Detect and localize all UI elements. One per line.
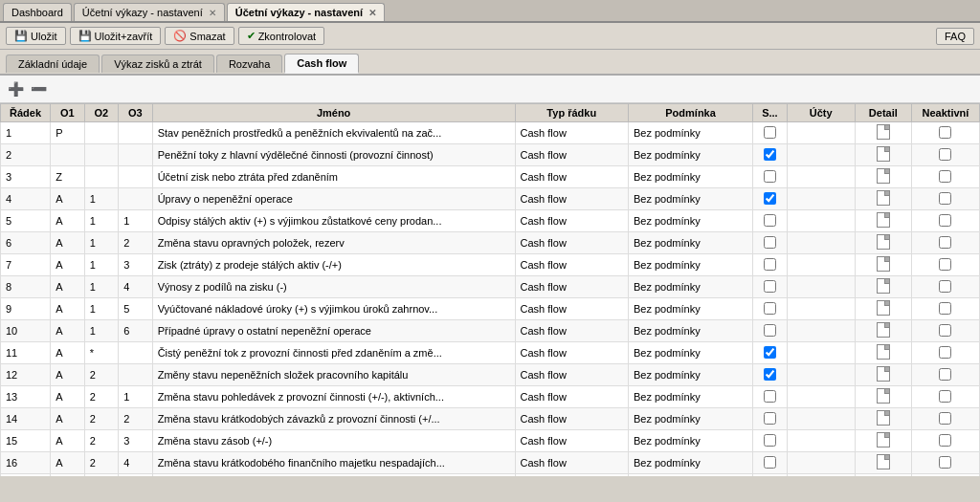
cell-s[interactable] [753,122,788,144]
checkbox-s[interactable] [764,258,776,271]
tab-ucetni1[interactable]: Účetní výkazy - nastavení ✕ [74,3,225,21]
tab-ucetni1-close[interactable]: ✕ [209,8,216,18]
cell-s[interactable] [753,452,788,474]
cell-detail[interactable] [855,408,911,430]
col-jmeno[interactable]: Jméno [152,104,515,122]
cell-neaktivni[interactable] [911,298,979,320]
checkbox-neaktivni[interactable] [939,214,951,227]
checkbox-s[interactable] [764,214,776,227]
checkbox-s[interactable] [764,324,776,337]
detail-doc-icon[interactable] [877,124,890,140]
checkbox-s[interactable] [764,412,776,425]
cell-s[interactable] [753,210,788,232]
checkbox-neaktivni[interactable] [939,126,951,139]
cell-neaktivni[interactable] [911,188,979,210]
col-neaktivni[interactable]: Neaktivní [911,104,979,122]
checkbox-neaktivni[interactable] [939,390,951,403]
detail-doc-icon[interactable] [877,366,890,382]
col-o2[interactable]: O2 [84,104,119,122]
cell-s[interactable] [753,342,788,364]
cell-detail[interactable] [855,166,911,188]
cell-neaktivni[interactable] [911,210,979,232]
tab-dashboard[interactable]: Dashboard [3,3,72,21]
detail-doc-icon[interactable] [877,454,890,469]
cell-s[interactable] [753,188,788,210]
delete-button[interactable]: 🚫 Smazat [165,27,234,45]
detail-doc-icon[interactable] [877,146,890,162]
cell-neaktivni[interactable] [911,452,979,474]
cell-detail[interactable] [855,320,911,342]
detail-doc-icon[interactable] [877,300,890,316]
cell-neaktivni[interactable] [911,166,979,188]
cell-detail[interactable] [855,144,911,166]
cell-detail[interactable] [855,474,911,477]
checkbox-s[interactable] [764,280,776,293]
save-button[interactable]: 💾 Uložit [6,27,66,45]
checkbox-neaktivni[interactable] [939,346,951,359]
cell-s[interactable] [753,320,788,342]
faq-button[interactable]: FAQ [936,28,974,45]
col-radek[interactable]: Řádek [1,104,51,122]
cell-detail[interactable] [855,386,911,408]
cell-neaktivni[interactable] [911,408,979,430]
checkbox-neaktivni[interactable] [939,456,951,469]
cell-neaktivni[interactable] [911,342,979,364]
cell-detail[interactable] [855,364,911,386]
cell-detail[interactable] [855,298,911,320]
checkbox-neaktivni[interactable] [939,280,951,293]
detail-doc-icon[interactable] [877,322,890,338]
sub-tab-balance[interactable]: Rozvaha [216,55,282,73]
cell-neaktivni[interactable] [911,430,979,452]
cell-detail[interactable] [855,452,911,474]
detail-doc-icon[interactable] [877,278,890,294]
col-o1[interactable]: O1 [51,104,85,122]
col-s[interactable]: S... [753,104,788,122]
cell-detail[interactable] [855,210,911,232]
cell-s[interactable] [753,254,788,276]
remove-row-button[interactable]: ➖ [29,79,48,98]
cell-neaktivni[interactable] [911,474,979,477]
detail-doc-icon[interactable] [877,410,890,426]
checkbox-s[interactable] [764,390,776,403]
col-detail[interactable]: Detail [855,104,911,122]
add-row-button[interactable]: ➕ [6,79,25,98]
cell-s[interactable] [753,232,788,254]
col-podminka[interactable]: Podmínka [628,104,752,122]
cell-s[interactable] [753,430,788,452]
checkbox-neaktivni[interactable] [939,148,951,161]
cell-s[interactable] [753,386,788,408]
cell-neaktivni[interactable] [911,386,979,408]
detail-doc-icon[interactable] [877,388,890,404]
cell-neaktivni[interactable] [911,364,979,386]
tab-ucetni2[interactable]: Účetní výkazy - nastavení ✕ [227,3,385,21]
checkbox-s[interactable] [764,302,776,315]
cell-detail[interactable] [855,188,911,210]
cell-s[interactable] [753,298,788,320]
checkbox-s[interactable] [764,192,776,205]
cell-s[interactable] [753,474,788,477]
checkbox-neaktivni[interactable] [939,236,951,249]
sub-tab-basic[interactable]: Základní údaje [6,55,100,73]
check-button[interactable]: ✔ Zkontrolovat [238,27,325,45]
cell-neaktivni[interactable] [911,320,979,342]
detail-doc-icon[interactable] [877,432,890,447]
checkbox-s[interactable] [764,346,776,359]
cell-neaktivni[interactable] [911,144,979,166]
cell-neaktivni[interactable] [911,232,979,254]
detail-doc-icon[interactable] [877,256,890,272]
col-ucty[interactable]: Účty [787,104,855,122]
sub-tab-profit-loss[interactable]: Výkaz zisků a ztrát [101,55,214,73]
detail-doc-icon[interactable] [877,212,890,228]
sub-tab-cashflow[interactable]: Cash flow [284,54,359,74]
checkbox-s[interactable] [764,434,776,447]
tab-ucetni2-close[interactable]: ✕ [368,8,376,18]
cell-detail[interactable] [855,254,911,276]
cell-s[interactable] [753,276,788,298]
checkbox-neaktivni[interactable] [939,192,951,205]
checkbox-neaktivni[interactable] [939,434,951,447]
cell-detail[interactable] [855,232,911,254]
checkbox-neaktivni[interactable] [939,258,951,271]
cell-neaktivni[interactable] [911,276,979,298]
save-close-button[interactable]: 💾 Uložit+zavřít [70,27,162,45]
cell-s[interactable] [753,166,788,188]
